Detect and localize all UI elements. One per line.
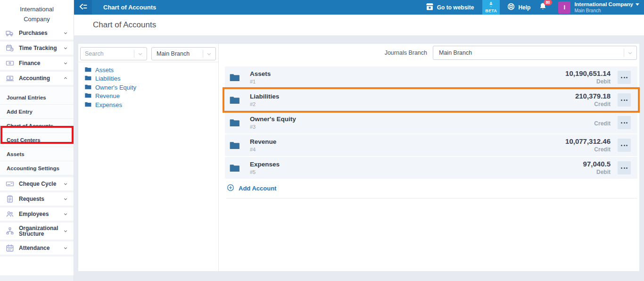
- sidebar-subitem-add-entry[interactable]: Add Entry: [0, 105, 74, 119]
- account-row-liabilities[interactable]: Liabilities #2 210,379.18 Credit: [225, 89, 637, 111]
- chart-of-accounts-page: Purchases Time Tracking Finance: [0, 0, 644, 281]
- user-name-row: International Company: [574, 1, 639, 8]
- accounts-list-panel: Journals Branch Main Branch Assets #1: [219, 44, 639, 271]
- accounting-submenu: Journal Entries Add Entry Chart of Accou…: [0, 87, 74, 177]
- account-number: #1: [250, 79, 271, 84]
- truck-icon: [6, 29, 14, 37]
- sidebar-item-label: Cheque Cycle: [19, 181, 63, 187]
- sidebar-item-organizational-structure[interactable]: Organizational Structure: [0, 223, 74, 241]
- account-actions-button[interactable]: [618, 139, 631, 152]
- accounts-tree-panel: Main Branch Assets Liabilities: [78, 44, 219, 271]
- org-chart-icon: [6, 227, 14, 235]
- account-name: Owner's Equity: [250, 116, 296, 123]
- main-panel: Main Branch Assets Liabilities: [78, 44, 639, 271]
- subitem-label: Assets: [7, 151, 25, 157]
- account-row-revenue[interactable]: Revenue #4 10,077,312.46 Credit: [225, 134, 637, 156]
- subitem-label: Add Entry: [7, 109, 33, 115]
- account-actions-button[interactable]: [618, 71, 631, 84]
- rocket-icon: [488, 1, 494, 8]
- collapse-arrow-icon: [78, 3, 88, 12]
- sidebar-subitem-accounting-settings[interactable]: Accounting Settings: [0, 161, 74, 175]
- folder-icon: [230, 141, 240, 149]
- journals-branch-select[interactable]: Main Branch: [433, 46, 637, 60]
- tree-item-revenue[interactable]: Revenue: [85, 92, 215, 101]
- sidebar-subitem-cost-centers[interactable]: Cost Centers: [0, 133, 74, 147]
- account-info: Assets #1: [250, 71, 271, 84]
- folder-icon: [230, 164, 240, 172]
- account-row-assets[interactable]: Assets #1 10,190,651.14 Debit: [225, 66, 637, 88]
- account-actions-button[interactable]: [618, 93, 631, 107]
- people-icon: [6, 210, 14, 218]
- cheque-icon: [6, 180, 14, 188]
- sidebar-item-time-tracking[interactable]: Time Tracking: [0, 41, 74, 57]
- account-name: Expenses: [250, 161, 280, 168]
- account-row-expenses[interactable]: Expenses #5 97,040.5 Debit: [225, 157, 637, 179]
- account-balance: Credit: [594, 119, 611, 127]
- add-account-label: Add Account: [239, 185, 276, 192]
- tree-branch-select[interactable]: Main Branch: [151, 47, 216, 60]
- sidebar-item-label: Organizational Structure: [19, 225, 63, 237]
- journals-branch-value: Main Branch: [439, 50, 472, 56]
- folder-icon: [85, 84, 91, 91]
- account-amount: 10,077,312.46: [565, 138, 611, 145]
- sidebar-item-employees[interactable]: Employees: [0, 207, 74, 223]
- sidebar-subitem-assets[interactable]: Assets: [0, 147, 74, 161]
- sidebar-item-cheque-cycle[interactable]: Cheque Cycle: [0, 177, 74, 192]
- sidebar-item-accounting[interactable]: Accounting: [0, 72, 74, 87]
- subitem-label: Chart of Accounts: [7, 123, 53, 129]
- chevron-down-icon: [63, 182, 68, 186]
- tree-item-label: Assets: [95, 66, 114, 74]
- tree-item-expenses[interactable]: Expenses: [85, 100, 215, 109]
- search-input[interactable]: [81, 50, 134, 57]
- chevron-down-icon: [63, 61, 68, 66]
- user-branch-label: Main Branch: [574, 8, 639, 13]
- go-to-website-link[interactable]: Go to website: [426, 3, 474, 12]
- sidebar-subitem-chart-of-accounts[interactable]: Chart of Accounts: [0, 119, 74, 133]
- company-name-line2: Company: [24, 14, 50, 24]
- folder-icon: [85, 75, 91, 82]
- search-dropdown-chevron-icon[interactable]: [134, 48, 147, 60]
- journals-branch-row: Journals Branch Main Branch: [219, 46, 637, 60]
- sidebar-item-finance[interactable]: Finance: [0, 57, 74, 72]
- sidebar-item-purchases[interactable]: Purchases: [0, 26, 74, 41]
- tree-item-label: Expenses: [95, 101, 122, 108]
- tree-divider: [78, 62, 218, 62]
- company-header: International Company: [0, 0, 74, 28]
- account-number: #5: [250, 169, 280, 175]
- topbar: Chart of Accounts Go to website BETA Hel…: [74, 0, 644, 15]
- caret-down-icon: [636, 3, 639, 6]
- sidebar-item-label: Accounting: [19, 75, 63, 81]
- chevron-down-icon: [203, 48, 215, 60]
- notifications-button[interactable]: 80: [539, 2, 547, 13]
- list-bottom-divider: [226, 198, 637, 198]
- plus-circle-icon: [227, 184, 234, 193]
- tree-item-assets[interactable]: Assets: [85, 66, 215, 74]
- page-title: Chart of Accounts: [93, 20, 156, 30]
- tree-branch-value: Main Branch: [152, 50, 203, 57]
- page-header: Chart of Accounts: [74, 15, 644, 35]
- sidebar-item-requests[interactable]: Requests: [0, 192, 74, 207]
- subitem-label: Journal Entries: [7, 95, 46, 100]
- collapse-sidebar-button[interactable]: [74, 0, 92, 15]
- account-amount: 210,379.18: [575, 92, 611, 99]
- add-account-button[interactable]: Add Account: [227, 184, 276, 193]
- storefront-icon: [426, 3, 434, 12]
- tree-controls: Main Branch: [80, 47, 216, 60]
- tree-item-owners-equity[interactable]: Owner's Equity: [85, 83, 215, 92]
- account-row-owners-equity[interactable]: Owner's Equity #3 Credit: [225, 112, 637, 133]
- account-side: Credit: [594, 120, 611, 127]
- account-number: #4: [250, 147, 276, 152]
- account-name: Revenue: [250, 139, 276, 145]
- sidebar-subitem-journal-entries[interactable]: Journal Entries: [0, 91, 74, 105]
- account-actions-button[interactable]: [618, 116, 631, 129]
- help-link[interactable]: Help: [507, 3, 530, 12]
- avatar: I: [558, 1, 570, 14]
- user-menu[interactable]: I International Company Main Branch: [558, 1, 639, 14]
- tree-item-liabilities[interactable]: Liabilities: [85, 74, 215, 83]
- chevron-down-icon: [63, 31, 68, 35]
- accounts-rows: Assets #1 10,190,651.14 Debit Liabilitie…: [225, 66, 637, 180]
- beta-badge[interactable]: BETA: [482, 0, 500, 15]
- sidebar-item-attendance[interactable]: Attendance: [0, 241, 74, 256]
- topbar-right-cluster: Go to website BETA Help 80: [426, 0, 644, 15]
- account-actions-button[interactable]: [618, 161, 631, 174]
